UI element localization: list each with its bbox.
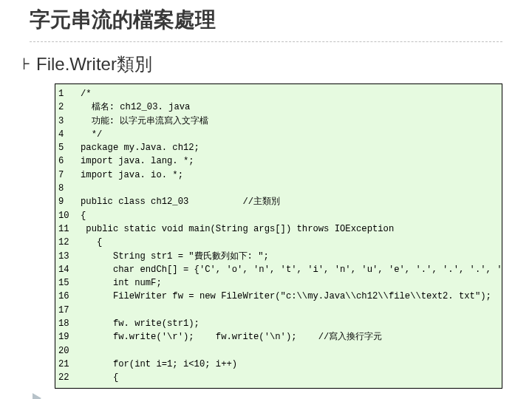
code-line — [81, 304, 499, 317]
line-number: 17 — [58, 304, 76, 317]
slide-marker — [33, 393, 502, 399]
line-number-gutter: 12345678910111213141516171819202122 — [55, 84, 81, 388]
code-line: int numF; — [81, 276, 499, 290]
line-number: 6 — [58, 154, 76, 168]
code-line: { — [81, 371, 499, 384]
code-line: FileWriter fw = new FileWriter("c:\\my.J… — [81, 290, 499, 303]
code-content: /* 檔名: ch12_03. java 功能: 以字元串流寫入文字檔 */pa… — [81, 84, 502, 388]
line-number: 5 — [58, 141, 76, 154]
code-line: for(int i=1; i<10; i++) — [81, 358, 499, 371]
code-line: 功能: 以字元串流寫入文字檔 — [81, 115, 499, 128]
line-number: 7 — [58, 168, 76, 182]
code-line: fw.write('\r'); fw.write('\n'); //寫入換行字元 — [81, 330, 499, 344]
code-line: package my.Java. ch12; — [81, 141, 499, 154]
line-number: 13 — [58, 250, 76, 263]
subtitle: File.Writer類別 — [36, 52, 152, 76]
title-divider — [30, 41, 502, 42]
line-number: 10 — [58, 209, 76, 222]
code-block: 12345678910111213141516171819202122 /* 檔… — [55, 83, 502, 389]
line-number: 20 — [58, 344, 76, 358]
line-number: 4 — [58, 128, 76, 141]
line-number: 3 — [58, 115, 76, 128]
line-number: 21 — [58, 358, 76, 371]
bullet-icon: ⊦ — [22, 56, 30, 72]
slide: 字元串流的檔案處理 ⊦ File.Writer類別 12345678910111… — [0, 0, 532, 399]
code-line: public class ch12_03 //主類別 — [81, 195, 499, 208]
line-number: 22 — [58, 371, 76, 384]
line-number: 2 — [58, 100, 76, 114]
code-line: String str1 = "費氏數列如下: "; — [81, 250, 499, 263]
code-line: /* — [81, 87, 499, 100]
code-line — [81, 344, 499, 358]
code-line: */ — [81, 128, 499, 141]
code-line: 檔名: ch12_03. java — [81, 100, 499, 114]
line-number: 19 — [58, 330, 76, 344]
slide-title: 字元串流的檔案處理 — [30, 6, 502, 34]
triangle-marker-icon — [33, 393, 41, 399]
code-line: char endCh[] = {'C', 'o', 'n', 't', 'i',… — [81, 263, 499, 276]
line-number: 14 — [58, 263, 76, 276]
subtitle-row: ⊦ File.Writer類別 — [22, 52, 502, 76]
code-line: { — [81, 236, 499, 249]
code-line: { — [81, 209, 499, 222]
line-number: 11 — [58, 222, 76, 236]
line-number: 8 — [58, 182, 76, 195]
code-line: fw. write(str1); — [81, 317, 499, 330]
line-number: 16 — [58, 290, 76, 303]
line-number: 18 — [58, 317, 76, 330]
line-number: 15 — [58, 276, 76, 290]
line-number: 1 — [58, 87, 76, 100]
code-line: public static void main(String args[]) t… — [81, 222, 499, 236]
code-line: import java. io. *; — [81, 168, 499, 182]
code-line — [81, 182, 499, 195]
line-number: 12 — [58, 236, 76, 249]
code-line: import java. lang. *; — [81, 154, 499, 168]
line-number: 9 — [58, 195, 76, 208]
